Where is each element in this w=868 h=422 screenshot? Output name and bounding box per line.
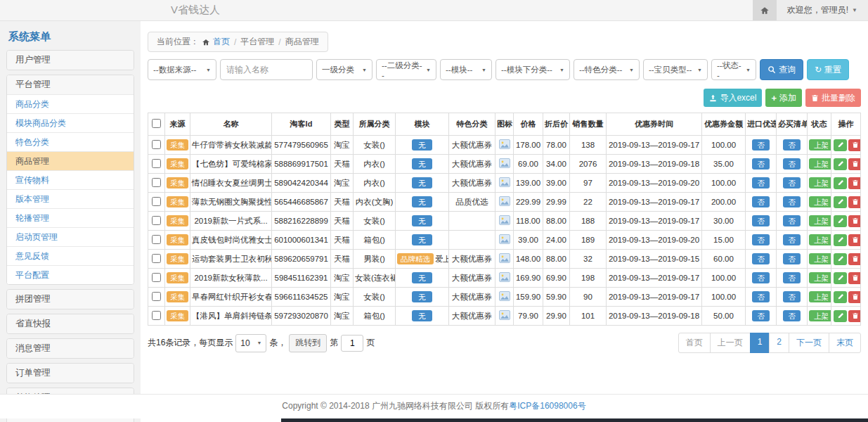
sidebar-item[interactable]: 轮播管理 bbox=[7, 208, 134, 227]
status-badge[interactable]: 上架 bbox=[809, 177, 831, 188]
mustbuy-toggle-button[interactable]: 否 bbox=[783, 253, 801, 264]
pager-button[interactable]: 2 bbox=[769, 333, 789, 353]
add-button[interactable]: + 添加 bbox=[765, 89, 802, 107]
pager-button[interactable]: 末页 bbox=[829, 333, 861, 353]
delete-button[interactable] bbox=[848, 234, 861, 246]
sidebar-item[interactable]: 意见反馈 bbox=[7, 246, 134, 265]
sidebar-item[interactable]: 订单管理 bbox=[7, 364, 134, 383]
sidebar-item[interactable]: 商品分类 bbox=[7, 94, 134, 113]
sidebar-item[interactable]: 平台管理 bbox=[7, 75, 134, 94]
icp-link[interactable]: 粤ICP备16098006号 bbox=[509, 401, 585, 411]
sidebar-item[interactable]: 启动页管理 bbox=[7, 227, 134, 246]
status-badge[interactable]: 上架 bbox=[809, 310, 831, 321]
import-toggle-button[interactable]: 否 bbox=[752, 291, 770, 302]
filter-select[interactable]: 一级分类▼ bbox=[316, 59, 373, 80]
row-checkbox[interactable] bbox=[152, 273, 161, 282]
row-checkbox[interactable] bbox=[152, 216, 161, 225]
import-toggle-button[interactable]: 否 bbox=[752, 158, 770, 170]
sidebar-item[interactable]: 模块商品分类 bbox=[7, 113, 134, 132]
sidebar-item[interactable]: 特色分类 bbox=[7, 132, 134, 151]
import-toggle-button[interactable]: 否 bbox=[752, 272, 770, 283]
delete-button[interactable] bbox=[848, 158, 861, 170]
filter-select[interactable]: --数据来源--▼ bbox=[148, 59, 216, 80]
pager-button[interactable]: 上一页 bbox=[710, 333, 751, 353]
edit-button[interactable] bbox=[834, 234, 847, 246]
filter-select[interactable]: --模块--▼ bbox=[440, 59, 492, 80]
import-toggle-button[interactable]: 否 bbox=[752, 196, 770, 207]
import-toggle-button[interactable]: 否 bbox=[752, 310, 770, 321]
sidebar-item[interactable]: 拼团管理 bbox=[7, 290, 134, 309]
sidebar-item[interactable]: 版本管理 bbox=[7, 189, 134, 208]
status-badge[interactable]: 上架 bbox=[809, 291, 831, 302]
pager-button[interactable]: 下一页 bbox=[789, 333, 829, 353]
delete-button[interactable] bbox=[848, 272, 861, 284]
sidebar-item[interactable]: 用户管理 bbox=[7, 51, 134, 70]
batch-delete-button[interactable]: 批量删除 bbox=[805, 89, 861, 107]
pager-current-page[interactable]: 1 bbox=[750, 333, 770, 353]
sidebar-item[interactable]: 消息管理 bbox=[7, 339, 134, 358]
breadcrumb-home-link[interactable]: 首页 bbox=[213, 36, 230, 48]
delete-button[interactable] bbox=[848, 139, 861, 151]
delete-button[interactable] bbox=[848, 177, 861, 189]
delete-button[interactable] bbox=[848, 215, 861, 227]
edit-button[interactable] bbox=[834, 158, 847, 170]
edit-button[interactable] bbox=[834, 177, 847, 189]
import-excel-button[interactable]: 导入excel bbox=[704, 89, 762, 107]
select-all-checkbox[interactable] bbox=[152, 119, 161, 128]
reset-button[interactable]: ↻ 重置 bbox=[807, 59, 849, 80]
filter-select[interactable]: --宝贝类型--▼ bbox=[643, 59, 708, 80]
status-badge[interactable]: 上架 bbox=[809, 215, 831, 226]
sidebar-item[interactable]: 省直快报 bbox=[7, 314, 134, 333]
sidebar-item[interactable]: 宣传物料 bbox=[7, 170, 134, 189]
mustbuy-toggle-button[interactable]: 否 bbox=[783, 215, 801, 226]
row-checkbox[interactable] bbox=[152, 197, 161, 206]
mustbuy-toggle-button[interactable]: 否 bbox=[783, 234, 801, 245]
delete-button[interactable] bbox=[848, 196, 861, 208]
status-badge[interactable]: 上架 bbox=[809, 139, 831, 151]
mustbuy-toggle-button[interactable]: 否 bbox=[783, 158, 801, 170]
filter-select[interactable]: --二级分类--▼ bbox=[376, 59, 436, 80]
import-toggle-button[interactable]: 否 bbox=[752, 177, 770, 188]
sidebar-item[interactable]: 商品管理 bbox=[7, 151, 134, 170]
filter-select[interactable]: --特色分类--▼ bbox=[574, 59, 640, 80]
edit-button[interactable] bbox=[834, 215, 847, 227]
filter-select[interactable]: --状态--▼ bbox=[711, 59, 756, 80]
edit-button[interactable] bbox=[834, 272, 847, 284]
delete-button[interactable] bbox=[848, 253, 861, 265]
edit-button[interactable] bbox=[834, 310, 847, 322]
user-menu[interactable]: 欢迎您，管理员! ▼ bbox=[777, 0, 868, 20]
mustbuy-toggle-button[interactable]: 否 bbox=[783, 177, 801, 188]
import-toggle-button[interactable]: 否 bbox=[752, 215, 770, 226]
edit-button[interactable] bbox=[834, 291, 847, 303]
mustbuy-toggle-button[interactable]: 否 bbox=[783, 291, 801, 302]
name-search-input[interactable] bbox=[220, 59, 313, 80]
row-checkbox[interactable] bbox=[152, 159, 161, 168]
row-checkbox[interactable] bbox=[152, 254, 161, 263]
row-checkbox[interactable] bbox=[152, 292, 161, 301]
edit-button[interactable] bbox=[834, 139, 847, 151]
status-badge[interactable]: 上架 bbox=[809, 253, 831, 264]
edit-button[interactable] bbox=[834, 253, 847, 265]
status-badge[interactable]: 上架 bbox=[809, 272, 831, 283]
home-button[interactable] bbox=[753, 0, 777, 20]
row-checkbox[interactable] bbox=[152, 140, 161, 149]
search-button[interactable]: 查询 bbox=[760, 59, 803, 80]
mustbuy-toggle-button[interactable]: 否 bbox=[783, 139, 801, 151]
status-badge[interactable]: 上架 bbox=[809, 196, 831, 207]
filter-select[interactable]: --模块下分类--▼ bbox=[495, 59, 570, 80]
delete-button[interactable] bbox=[848, 310, 861, 322]
status-badge[interactable]: 上架 bbox=[809, 158, 831, 170]
import-toggle-button[interactable]: 否 bbox=[752, 253, 770, 264]
row-checkbox[interactable] bbox=[152, 235, 161, 244]
delete-button[interactable] bbox=[848, 291, 861, 303]
sidebar-item[interactable]: 平台配置 bbox=[7, 265, 134, 284]
import-toggle-button[interactable]: 否 bbox=[752, 234, 770, 245]
status-badge[interactable]: 上架 bbox=[809, 234, 831, 245]
mustbuy-toggle-button[interactable]: 否 bbox=[783, 272, 801, 283]
jump-button[interactable]: 跳转到 bbox=[289, 334, 327, 352]
mustbuy-toggle-button[interactable]: 否 bbox=[783, 310, 801, 321]
page-size-select[interactable]: 10 ▼ bbox=[235, 334, 266, 352]
pager-button[interactable]: 首页 bbox=[678, 333, 711, 353]
import-toggle-button[interactable]: 否 bbox=[752, 139, 770, 151]
breadcrumb-item[interactable]: 平台管理 bbox=[240, 36, 274, 48]
